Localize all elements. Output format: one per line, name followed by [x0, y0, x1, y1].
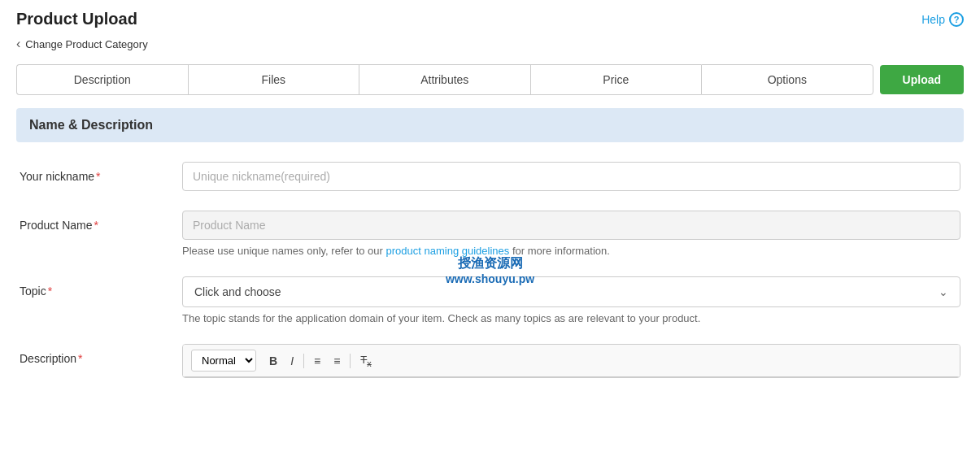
naming-guidelines-link[interactable]: product naming guidelines	[386, 245, 510, 257]
tab-description[interactable]: Description	[16, 64, 188, 95]
tab-price[interactable]: Price	[530, 64, 702, 95]
ordered-list-button[interactable]: ≡	[307, 351, 327, 371]
description-field: Normal B I ≡ ≡ Tx	[182, 344, 960, 378]
bold-button[interactable]: B	[263, 351, 284, 371]
description-label: Description*	[20, 344, 182, 365]
nickname-required: *	[96, 170, 100, 183]
help-link[interactable]: Help ?	[921, 12, 964, 27]
product-name-label: Product Name*	[20, 211, 182, 232]
section-title: Name & Description	[29, 118, 153, 132]
page-title: Product Upload	[16, 10, 137, 28]
breadcrumb[interactable]: ‹ Change Product Category	[16, 37, 964, 51]
nickname-label: Your nickname*	[20, 162, 182, 183]
nickname-field	[182, 162, 960, 191]
topic-placeholder: Click and choose	[194, 285, 281, 298]
toolbar-divider	[303, 354, 304, 368]
topic-field: Click and choose ⌄ The topic stands for …	[182, 276, 960, 324]
back-arrow-icon: ‹	[16, 37, 20, 51]
topic-hint: The topic stands for the application dom…	[182, 312, 960, 324]
clear-format-button[interactable]: Tx	[354, 350, 377, 372]
tabs-row: Description Files Attributes Price Optio…	[16, 64, 964, 95]
unordered-list-button[interactable]: ≡	[327, 351, 346, 371]
page-header: Product Upload Help ?	[16, 10, 964, 28]
description-required: *	[78, 352, 82, 365]
toolbar-divider-2	[350, 354, 351, 368]
format-select[interactable]: Normal	[191, 350, 256, 372]
form-area: 授渔资源网 www.shouyu.pw Your nickname* Produ…	[16, 162, 964, 378]
watermark-line1: 授渔资源网	[446, 255, 534, 272]
chevron-down-icon: ⌄	[939, 285, 948, 298]
help-icon: ?	[949, 12, 964, 27]
upload-button[interactable]: Upload	[880, 65, 964, 94]
help-label: Help	[921, 13, 945, 26]
breadcrumb-label: Change Product Category	[25, 38, 147, 50]
tab-attributes[interactable]: Attributes	[359, 64, 530, 95]
topic-dropdown[interactable]: Click and choose ⌄	[182, 276, 960, 307]
nickname-row: Your nickname*	[16, 162, 964, 191]
tab-files[interactable]: Files	[188, 64, 359, 95]
product-name-row: Product Name* Please use unique names on…	[16, 211, 964, 257]
topic-label: Topic*	[20, 276, 182, 298]
product-name-required: *	[94, 219, 98, 232]
topic-required: *	[48, 285, 52, 298]
nickname-input[interactable]	[182, 162, 960, 191]
section-header: Name & Description	[16, 108, 964, 142]
description-editor: Normal B I ≡ ≡ Tx	[182, 344, 960, 378]
description-row: Description* Normal B I ≡ ≡ Tx	[16, 344, 964, 378]
product-name-input[interactable]	[182, 211, 960, 240]
product-name-field: Please use unique names only, refer to o…	[182, 211, 960, 257]
product-name-hint: Please use unique names only, refer to o…	[182, 245, 960, 257]
topic-row: Topic* Click and choose ⌄ The topic stan…	[16, 276, 964, 324]
italic-button[interactable]: I	[284, 351, 300, 371]
description-toolbar: Normal B I ≡ ≡ Tx	[183, 345, 960, 377]
tab-options[interactable]: Options	[701, 64, 873, 95]
